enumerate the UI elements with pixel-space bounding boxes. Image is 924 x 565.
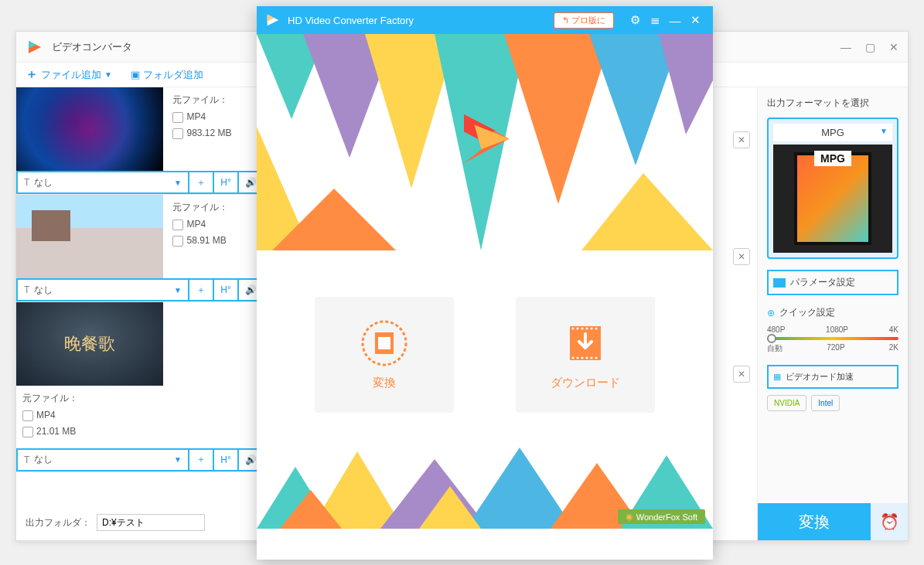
add-folder-label: フォルダ追加 bbox=[143, 68, 203, 82]
svg-point-29 bbox=[586, 327, 588, 329]
svg-point-37 bbox=[595, 356, 598, 359]
subtitle-value: なし bbox=[34, 453, 53, 466]
film-strip-icon bbox=[794, 152, 871, 245]
action-cards: 変換 ダウンロード bbox=[257, 250, 713, 444]
size-icon bbox=[172, 128, 183, 139]
slider-thumb[interactable] bbox=[767, 334, 776, 343]
output-format-title: 出力フォーマットを選択 bbox=[767, 97, 898, 110]
schedule-button[interactable]: ⏰ bbox=[871, 503, 908, 540]
video-thumbnail[interactable] bbox=[16, 195, 163, 278]
settings-button[interactable]: ⚙ bbox=[625, 13, 645, 27]
size-icon bbox=[22, 427, 33, 437]
file-controls: T なし ▼ ＋ H° 🔊 bbox=[16, 278, 264, 301]
hardsub-button[interactable]: H° bbox=[214, 450, 237, 470]
svg-marker-41 bbox=[465, 448, 574, 529]
svg-point-33 bbox=[577, 356, 579, 359]
subtitle-dropdown[interactable]: T なし ▼ bbox=[18, 172, 188, 192]
app-logo-icon bbox=[264, 12, 281, 29]
parameter-settings-label: パラメータ設定 bbox=[790, 276, 855, 289]
close-button[interactable]: ✕ bbox=[685, 13, 705, 27]
gpu-acceleration-button[interactable]: ビデオカード加速 bbox=[767, 365, 898, 389]
download-card-label: ダウンロード bbox=[551, 376, 620, 390]
launcher-window: HD Video Converter Factory ↰ プロ版に ⚙ ≣ — … bbox=[257, 6, 713, 560]
file-controls: T なし ▼ ＋ H° 🔊 bbox=[16, 171, 264, 194]
file-item: 元ファイル： MP4 983.12 MB T なし ▼ ＋ H° 🔊 bbox=[16, 87, 264, 195]
source-file-label: 元ファイル： bbox=[22, 392, 78, 405]
file-format: MP4 bbox=[186, 219, 206, 230]
convert-card[interactable]: 変換 bbox=[315, 297, 454, 413]
file-info: 元ファイル： MP4 983.12 MB bbox=[166, 87, 237, 150]
quality-tick: 480P bbox=[767, 325, 785, 334]
format-icon bbox=[172, 112, 183, 123]
video-thumbnail[interactable]: 晚餐歌 bbox=[16, 302, 163, 386]
quality-slider[interactable]: 480P 1080P 4K 自動 720P 2K bbox=[767, 325, 898, 354]
output-folder-input[interactable] bbox=[97, 514, 205, 531]
convert-card-label: 変換 bbox=[373, 376, 396, 390]
svg-point-35 bbox=[586, 356, 588, 359]
svg-rect-21 bbox=[375, 332, 394, 335]
chevron-down-icon: ▼ bbox=[104, 70, 112, 79]
svg-point-36 bbox=[591, 356, 593, 359]
file-size: 21.01 MB bbox=[36, 426, 76, 437]
subtitle-dropdown[interactable]: T なし ▼ bbox=[18, 450, 188, 470]
window-controls: — ▢ ✕ bbox=[840, 41, 898, 53]
format-badge: MPG bbox=[814, 151, 851, 166]
quality-tick: 720P bbox=[827, 343, 844, 354]
remove-file-button[interactable]: ✕ bbox=[733, 366, 750, 383]
launcher-titlebar: HD Video Converter Factory ↰ プロ版に ⚙ ≣ — … bbox=[257, 6, 713, 34]
hardsub-button[interactable]: H° bbox=[214, 172, 237, 192]
convert-button[interactable]: 変換 bbox=[758, 503, 871, 540]
upgrade-pro-button[interactable]: ↰ プロ版に bbox=[554, 12, 614, 29]
subtitle-dropdown[interactable]: T なし ▼ bbox=[18, 280, 188, 300]
output-folder-row: 出力フォルダ： bbox=[26, 514, 205, 531]
svg-rect-22 bbox=[375, 351, 394, 354]
output-format-panel: 出力フォーマットを選択 MPG ▼ MPG パラメータ設定 クイック設定 480… bbox=[757, 87, 908, 540]
quality-tick: 1080P bbox=[826, 325, 848, 334]
parameter-settings-button[interactable]: パラメータ設定 bbox=[767, 270, 898, 295]
slider-track[interactable] bbox=[767, 337, 898, 340]
intel-badge: Intel bbox=[811, 395, 840, 411]
svg-point-28 bbox=[581, 327, 584, 329]
add-subtitle-button[interactable]: ＋ bbox=[189, 280, 213, 300]
gpu-accel-label: ビデオカード加速 bbox=[786, 371, 854, 383]
add-subtitle-button[interactable]: ＋ bbox=[189, 450, 213, 470]
remove-file-button[interactable]: ✕ bbox=[733, 131, 750, 148]
chevron-down-icon: ▼ bbox=[174, 179, 182, 187]
chevron-down-icon: ▼ bbox=[880, 127, 888, 135]
add-subtitle-button[interactable]: ＋ bbox=[189, 172, 213, 192]
format-icon bbox=[172, 220, 183, 230]
add-file-button[interactable]: ＋ ファイル追加 ▼ bbox=[26, 66, 112, 83]
svg-marker-8 bbox=[504, 34, 612, 204]
add-folder-button[interactable]: ▣ フォルダ追加 bbox=[131, 68, 203, 82]
file-format: MP4 bbox=[186, 111, 206, 122]
format-preview: MPG bbox=[773, 145, 892, 253]
file-info: 元ファイル： MP4 21.01 MB bbox=[16, 386, 84, 448]
svg-point-34 bbox=[581, 356, 584, 359]
size-icon bbox=[172, 236, 183, 247]
add-file-label: ファイル追加 bbox=[41, 68, 101, 82]
maximize-button[interactable]: ▢ bbox=[865, 41, 875, 53]
launcher-title: HD Video Converter Factory bbox=[288, 15, 554, 26]
subtitle-value: なし bbox=[34, 284, 53, 297]
nvidia-badge: NVIDIA bbox=[767, 395, 806, 411]
format-selector[interactable]: MPG ▼ MPG bbox=[767, 117, 898, 259]
minimize-button[interactable]: — bbox=[840, 41, 851, 53]
hardsub-button[interactable]: H° bbox=[214, 280, 237, 300]
close-button[interactable]: ✕ bbox=[889, 41, 898, 53]
remove-file-button[interactable]: ✕ bbox=[733, 248, 750, 265]
quality-labels-bottom: 自動 720P 2K bbox=[767, 343, 898, 354]
download-card[interactable]: ダウンロード bbox=[516, 297, 655, 413]
app-logo-icon bbox=[26, 38, 44, 56]
file-info: 元ファイル： MP4 58.91 MB bbox=[166, 195, 234, 257]
chevron-down-icon: ▼ bbox=[174, 286, 182, 294]
svg-point-30 bbox=[591, 327, 593, 329]
hero-banner bbox=[257, 34, 713, 250]
subtitle-value: なし bbox=[34, 176, 53, 189]
tasks-button[interactable]: ≣ bbox=[645, 13, 665, 27]
format-dropdown[interactable]: MPG ▼ bbox=[773, 124, 892, 141]
video-thumbnail[interactable] bbox=[16, 87, 163, 171]
minimize-button[interactable]: — bbox=[665, 14, 685, 27]
quality-labels-top: 480P 1080P 4K bbox=[767, 325, 898, 334]
format-name: MPG bbox=[821, 127, 844, 138]
brand-badge: WonderFox Soft bbox=[618, 509, 705, 524]
